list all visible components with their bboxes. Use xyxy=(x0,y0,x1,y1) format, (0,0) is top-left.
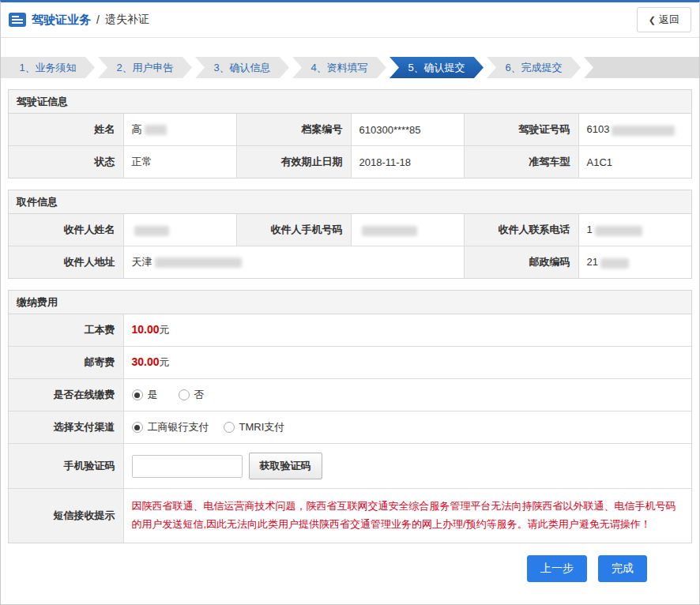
footer-actions: 上一步 完成 xyxy=(8,543,692,582)
postal-text: 21 xyxy=(587,256,598,268)
status-label: 状态 xyxy=(9,146,123,178)
radio-unchecked-icon[interactable] xyxy=(224,422,235,433)
finish-button[interactable]: 完成 xyxy=(598,555,647,582)
topbar: 驾驶证业务 / 遗失补证 ❮ 返回 xyxy=(1,2,699,38)
channel-icbc-option[interactable]: 工商银行支付 xyxy=(132,420,209,434)
sms-code-cell: 获取验证码 xyxy=(123,444,691,489)
online-pay-yes-option[interactable]: 是 xyxy=(132,388,158,402)
breadcrumb-separator: / xyxy=(96,13,100,26)
online-pay-no-option[interactable]: 否 xyxy=(179,388,205,402)
table-row: 是否在线缴费 是 否 xyxy=(9,379,691,411)
online-pay-no-label: 否 xyxy=(194,388,205,402)
address-value: 天津 xyxy=(123,246,464,279)
postal-label: 邮政编码 xyxy=(464,246,578,279)
channel-tmri-option[interactable]: TMRI支付 xyxy=(224,420,285,434)
radio-unchecked-icon[interactable] xyxy=(179,389,190,400)
chevron-left-icon: ❮ xyxy=(649,15,656,25)
step-4-fill-info: 4、资料填写 xyxy=(292,57,386,78)
sms-code-label: 手机验证码 xyxy=(9,444,123,489)
recipient-name-value xyxy=(123,214,236,246)
online-pay-label: 是否在线缴费 xyxy=(9,379,123,411)
license-info-header: 驾驶证信息 xyxy=(9,90,691,114)
recipient-name-label: 收件人姓名 xyxy=(9,214,123,246)
pickup-info-table: 收件人姓名 收件人手机号码 收件人联系电话 1 收件人地址 xyxy=(9,214,691,278)
step-wizard: 1、业务须知 2、用户申告 3、确认信息 4、资料填写 5、确认提交 6、完成提… xyxy=(1,57,699,78)
expiry-label: 有效期止日期 xyxy=(236,146,351,178)
file-no-label: 档案编号 xyxy=(236,114,351,146)
fee-section: 缴纳费用 工本费 10.00元 邮寄费 30.00元 是否在线缴费 xyxy=(8,290,692,543)
step-6-complete-submit: 6、完成提交 xyxy=(487,57,581,78)
pickup-info-section: 取件信息 收件人姓名 收件人手机号码 收件人联系电话 1 xyxy=(8,190,692,279)
table-row: 收件人地址 天津 邮政编码 21 xyxy=(9,246,691,279)
table-row: 短信接收提示 因陕西省联通、电信运营商技术问题，陕西省互联网交通安全综合服务管理… xyxy=(9,489,691,543)
page-title: 驾驶证业务 xyxy=(32,13,91,28)
redacted-recipient-phone xyxy=(595,226,642,236)
work-fee-amount: 10.00 xyxy=(132,323,160,336)
vehicle-class-label: 准驾车型 xyxy=(464,146,578,178)
table-row: 状态 正常 有效期止日期 2018-11-18 准驾车型 A1C1 xyxy=(9,146,691,178)
vehicle-class-value: A1C1 xyxy=(578,146,691,178)
status-value: 正常 xyxy=(123,146,236,178)
table-row: 手机验证码 获取验证码 xyxy=(9,444,691,489)
redacted-address xyxy=(155,257,242,268)
name-label: 姓名 xyxy=(9,114,123,146)
redacted-license-no xyxy=(612,126,675,136)
fee-table: 工本费 10.00元 邮寄费 30.00元 是否在线缴费 xyxy=(9,314,691,543)
redacted-name xyxy=(145,125,167,135)
pay-channel-options: 工商银行支付 TMRI支付 xyxy=(123,411,691,444)
work-fee-value: 10.00元 xyxy=(123,314,691,347)
redacted-postal xyxy=(600,258,629,269)
recipient-mobile-value xyxy=(351,214,464,246)
back-button[interactable]: ❮ 返回 xyxy=(637,7,691,32)
sms-code-input[interactable] xyxy=(132,455,243,478)
step-5-confirm-submit: 5、确认提交 xyxy=(390,57,484,78)
license-no-value-text: 6103 xyxy=(587,123,610,135)
channel-tmri-label: TMRI支付 xyxy=(239,420,285,434)
postal-value: 21 xyxy=(578,246,691,279)
channel-icbc-label: 工商银行支付 xyxy=(148,420,209,434)
radio-checked-icon[interactable] xyxy=(132,422,143,433)
file-no-value: 610300****85 xyxy=(351,114,464,146)
address-text: 天津 xyxy=(132,256,152,268)
license-no-value: 6103 xyxy=(578,114,691,146)
radio-checked-icon[interactable] xyxy=(132,389,143,400)
step-1-business-notice: 1、业务须知 xyxy=(1,57,95,78)
title-area: 驾驶证业务 / 遗失补证 xyxy=(9,13,149,28)
get-code-button[interactable]: 获取验证码 xyxy=(249,453,322,479)
mail-fee-label: 邮寄费 xyxy=(9,347,123,379)
pickup-info-header: 取件信息 xyxy=(9,190,691,214)
license-info-section: 驾驶证信息 姓名 高 档案编号 610300****85 驾驶证号码 6103 … xyxy=(8,89,692,178)
online-pay-yes-label: 是 xyxy=(148,388,158,402)
mail-fee-unit: 元 xyxy=(160,356,170,368)
table-row: 选择支付渠道 工商银行支付 TMRI支付 xyxy=(9,411,691,444)
online-pay-options: 是 否 xyxy=(123,379,691,411)
sms-tip-cell: 因陕西省联通、电信运营商技术问题，陕西省互联网交通安全综合服务管理平台无法向持陕… xyxy=(123,489,691,543)
recipient-phone-label: 收件人联系电话 xyxy=(464,214,578,246)
table-row: 邮寄费 30.00元 xyxy=(9,347,691,379)
page-subtitle: 遗失补证 xyxy=(105,13,149,27)
license-no-label: 驾驶证号码 xyxy=(464,114,578,146)
redacted-recipient-name xyxy=(134,226,169,236)
name-value-text: 高 xyxy=(132,123,142,135)
license-service-page: 驾驶证业务 / 遗失补证 ❮ 返回 1、业务须知 2、用户申告 3、确认信息 4… xyxy=(0,0,700,605)
expiry-value: 2018-11-18 xyxy=(351,146,464,178)
content: 驾驶证信息 姓名 高 档案编号 610300****85 驾驶证号码 6103 … xyxy=(1,89,699,582)
table-row: 工本费 10.00元 xyxy=(9,314,691,347)
mail-fee-value: 30.00元 xyxy=(123,347,691,379)
step-2-user-declaration: 2、用户申告 xyxy=(98,57,192,78)
recipient-phone-text: 1 xyxy=(587,224,593,235)
recipient-mobile-label: 收件人手机号码 xyxy=(236,214,351,246)
table-row: 姓名 高 档案编号 610300****85 驾驶证号码 6103 xyxy=(9,114,691,146)
pay-channel-label: 选择支付渠道 xyxy=(9,411,123,444)
step-3-confirm-info: 3、确认信息 xyxy=(195,57,289,78)
step-wizard-filler xyxy=(584,57,699,78)
sms-tip-text: 因陕西省联通、电信运营商技术问题，陕西省互联网交通安全综合服务管理平台无法向持陕… xyxy=(132,498,684,534)
previous-step-button[interactable]: 上一步 xyxy=(527,555,587,582)
work-fee-label: 工本费 xyxy=(9,314,123,347)
license-info-table: 姓名 高 档案编号 610300****85 驾驶证号码 6103 状态 正常 … xyxy=(9,114,691,178)
address-label: 收件人地址 xyxy=(9,246,123,279)
redacted-recipient-mobile xyxy=(362,226,417,236)
fee-section-header: 缴纳费用 xyxy=(9,291,691,314)
license-form-icon xyxy=(9,13,26,27)
work-fee-unit: 元 xyxy=(160,324,170,336)
